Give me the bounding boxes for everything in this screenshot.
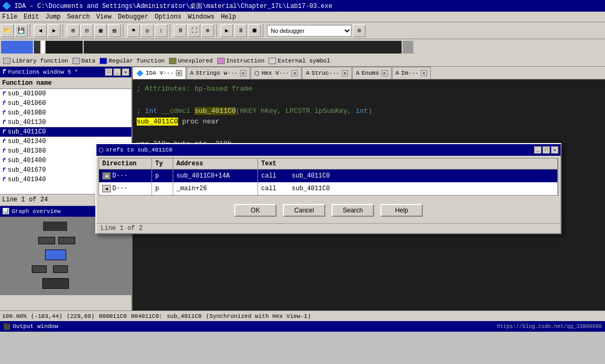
row2-direction: ◀ D···	[99, 182, 152, 195]
xrefs-win-controls: _ □ ✕	[534, 146, 558, 154]
col-address: Address	[173, 158, 258, 169]
search-button[interactable]: Search	[332, 204, 374, 217]
xrefs-table: Direction Ty Address Text ◀ D··· p sub_4…	[99, 158, 558, 196]
modal-overlay: ⬡ xrefs to sub_4011C0 _ □ ✕ Direction Ty…	[0, 0, 605, 364]
ok-button[interactable]: OK	[234, 204, 277, 217]
row1-icon: ◀	[102, 172, 111, 180]
xrefs-icon: ⬡	[99, 147, 104, 154]
row2-text: call sub_4011C0	[258, 182, 558, 195]
table-row[interactable]: ◀ D··· p _main+26 call sub_4011C0	[99, 182, 558, 195]
col-type: Ty	[152, 158, 173, 169]
xrefs-close-btn[interactable]: ✕	[551, 146, 558, 154]
cancel-button[interactable]: Cancel	[283, 204, 325, 217]
xrefs-title: xrefs to sub_4011C0	[106, 147, 172, 153]
col-direction: Direction	[99, 158, 152, 169]
row2-icon: ◀	[102, 185, 111, 192]
xrefs-dialog: ⬡ xrefs to sub_4011C0 _ □ ✕ Direction Ty…	[95, 143, 562, 234]
xrefs-max-btn[interactable]: □	[542, 146, 550, 154]
row1-type: p	[152, 170, 173, 182]
row1-text: call sub_4011C0	[258, 170, 558, 182]
col-text: Text	[258, 158, 558, 169]
row1-address: sub_4011C0+14A	[173, 170, 258, 182]
xrefs-titlebar: ⬡ xrefs to sub_4011C0 _ □ ✕	[96, 144, 560, 156]
xrefs-table-header: Direction Ty Address Text	[99, 158, 558, 170]
row2-address: _main+26	[173, 182, 258, 195]
row2-type: p	[152, 182, 173, 195]
xrefs-buttons: OK Cancel Search Help	[96, 198, 560, 223]
help-button[interactable]: Help	[380, 204, 423, 217]
xrefs-min-btn[interactable]: _	[534, 146, 541, 154]
xrefs-line-info: Line 1 of 2	[96, 223, 560, 233]
table-row[interactable]: ◀ D··· p sub_4011C0+14A call sub_4011C0	[99, 170, 558, 182]
row1-direction: ◀ D···	[99, 170, 152, 182]
xrefs-line-text: Line 1 of 2	[101, 225, 143, 232]
